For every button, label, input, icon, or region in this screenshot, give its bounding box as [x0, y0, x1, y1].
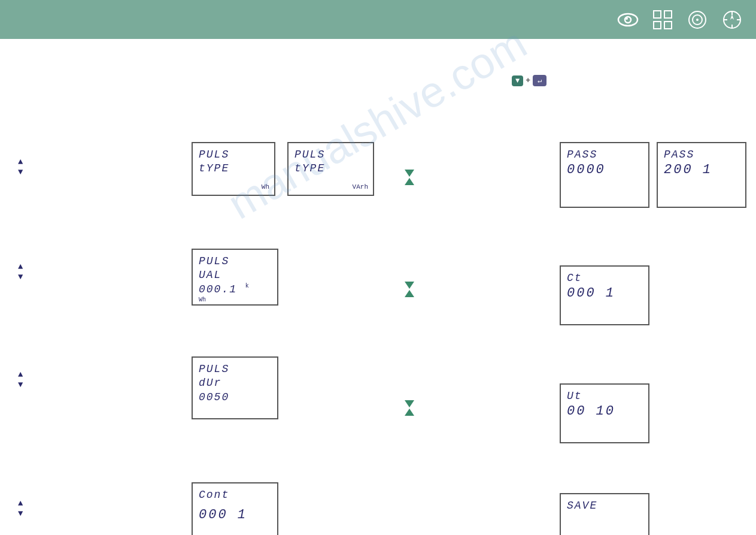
tri-up-row2[interactable]	[405, 290, 414, 297]
arrow-pair-row2: ▲ ▼	[18, 262, 23, 281]
nav-arrows-row1	[405, 170, 414, 185]
down-btn[interactable]: ▼	[512, 75, 523, 86]
pass-0888-label: PASS	[567, 148, 642, 162]
puls-ual-line3: 000.1	[199, 283, 237, 295]
cont-value: 000 1	[199, 507, 271, 524]
puls-type-varh-box: PULS tYPE VArh	[287, 142, 374, 196]
nav-arrows-row2	[405, 282, 414, 297]
ct-label: Ct	[567, 271, 642, 285]
svg-rect-4	[664, 11, 672, 18]
plus-label: +	[526, 76, 530, 85]
puls-type-wh-box: PULS tYPE Wh	[192, 142, 275, 196]
arrow-pair-row4: ▲ ▼	[18, 499, 23, 518]
pass-0888-box: PASS 0000	[560, 142, 649, 208]
puls-dur-line2: dUr	[199, 376, 271, 390]
pass-2001-box: PASS 200 1	[657, 142, 746, 208]
arrow-down-row4[interactable]: ▼	[18, 509, 23, 518]
pass-2001-label: PASS	[664, 148, 739, 162]
puls-type-varh-line2: tYPE	[294, 162, 367, 176]
ct-box: Ct 000 1	[560, 265, 649, 325]
puls-type-wh-line2: tYPE	[199, 162, 268, 176]
svg-rect-6	[664, 22, 672, 29]
eye-icon[interactable]	[616, 8, 640, 32]
tri-down-row1[interactable]	[405, 170, 414, 177]
arrow-down-row1[interactable]: ▼	[18, 168, 23, 176]
arrow-down-row2[interactable]: ▼	[18, 273, 23, 281]
puls-dur-box: PULS dUr 0050	[192, 356, 278, 419]
topbar	[0, 0, 756, 39]
svg-point-2	[626, 17, 628, 20]
svg-rect-5	[654, 22, 661, 29]
svg-rect-3	[654, 11, 661, 18]
arrow-down-row3[interactable]: ▼	[18, 380, 23, 389]
cont-label: Cont	[199, 488, 271, 502]
puls-dur-line3: 0050	[199, 391, 271, 404]
tri-up-row1[interactable]	[405, 178, 414, 185]
puls-type-varh-line1: PULS	[294, 148, 367, 162]
puls-type-varh-unit: VArh	[353, 183, 368, 191]
arrow-up-row4[interactable]: ▲	[18, 499, 23, 507]
main-content: manualshive.com ▼ + ↵ ▲ ▼ PULS tYPE Wh P…	[0, 39, 756, 535]
puls-type-wh-line1: PULS	[199, 148, 268, 162]
tri-down-row3[interactable]	[405, 400, 414, 407]
ut-value: 00 10	[567, 403, 642, 421]
svg-point-1	[625, 17, 631, 23]
arrow-up-row3[interactable]: ▲	[18, 370, 23, 379]
pass-0888-value: 0000	[567, 162, 642, 179]
ut-label: Ut	[567, 389, 642, 403]
puls-type-wh-unit: Wh	[262, 183, 269, 191]
compass-icon[interactable]	[720, 8, 744, 32]
arrow-up-row1[interactable]: ▲	[18, 158, 23, 166]
save-box: SAVE	[560, 493, 649, 535]
puls-dur-line1: PULS	[199, 362, 271, 376]
pass-2001-value: 200 1	[664, 162, 739, 179]
arrow-pair-row1: ▲ ▼	[18, 158, 23, 176]
tri-down-row2[interactable]	[405, 282, 414, 289]
circle-target-icon[interactable]	[685, 8, 709, 32]
tri-up-row3[interactable]	[405, 409, 414, 416]
ut-box: Ut 00 10	[560, 383, 649, 443]
watermark: manualshive.com	[220, 18, 535, 228]
puls-ual-line1: PULS	[199, 255, 271, 268]
arrow-pair-row3: ▲ ▼	[18, 370, 23, 389]
arrow-up-row2[interactable]: ▲	[18, 262, 23, 271]
puls-ual-line2: UAL	[199, 268, 271, 282]
svg-marker-15	[730, 14, 734, 20]
cont-box: Cont 000 1	[192, 482, 278, 535]
grid-icon[interactable]	[651, 8, 675, 32]
svg-point-9	[696, 19, 699, 21]
svg-point-0	[618, 14, 637, 26]
nav-arrows-row3	[405, 400, 414, 416]
puls-ual-box: PULS UAL 000.1 kWh	[192, 249, 278, 306]
ct-value: 000 1	[567, 285, 642, 303]
save-label: SAVE	[567, 499, 642, 513]
enter-btn[interactable]: ↵	[533, 75, 546, 86]
